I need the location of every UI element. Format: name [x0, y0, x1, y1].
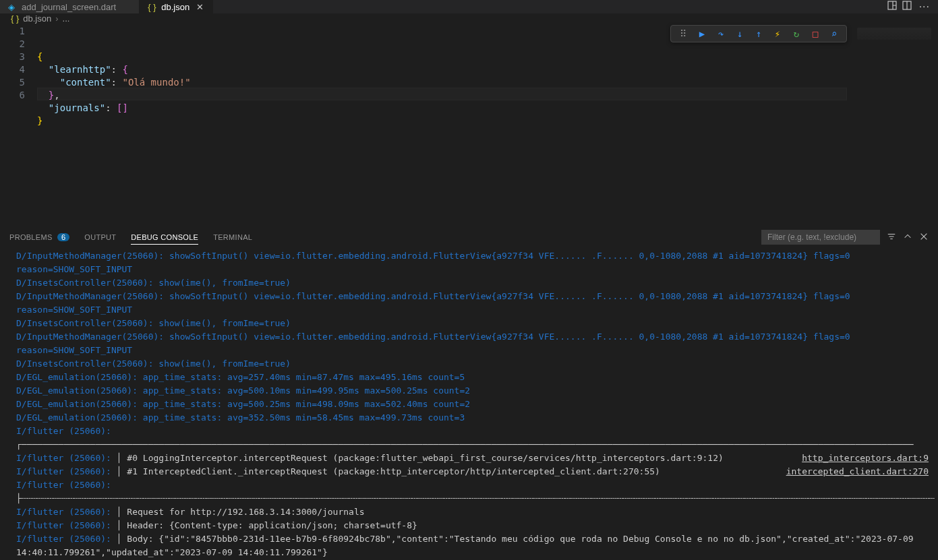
token: : [105, 102, 111, 113]
line-number: 5 [0, 76, 25, 89]
stack-link[interactable]: http_interceptors.dart:9 [802, 452, 929, 465]
line-number: 1 [0, 25, 25, 38]
console-line: D/EGL_emulation(25060): app_time_stats: … [16, 384, 929, 398]
dart-file-icon: ◈ [8, 2, 18, 12]
title-actions: ··· [881, 0, 938, 13]
editor[interactable]: 1 2 3 4 5 6 { "learnhttp": { "content": … [0, 24, 938, 226]
filter-input[interactable] [761, 230, 880, 245]
step-into-icon[interactable]: ↓ [734, 28, 745, 39]
console-line: D/InsetsController(25060): show(ime(), f… [16, 357, 929, 371]
tab-label: PROBLEMS [9, 233, 53, 241]
line-number: 6 [0, 89, 25, 102]
stop-icon[interactable]: □ [810, 28, 821, 39]
breadcrumb[interactable]: { } db.json › ... [0, 13, 938, 24]
close-icon[interactable]: ✕ [195, 2, 204, 11]
panel-tabs: PROBLEMS 6 OUTPUT DEBUG CONSOLE TERMINAL [0, 226, 938, 248]
token: { [37, 51, 42, 62]
tab-problems[interactable]: PROBLEMS 6 [9, 230, 69, 245]
bottom-panel: PROBLEMS 6 OUTPUT DEBUG CONSOLE TERMINAL… [0, 226, 938, 560]
token: : [111, 64, 117, 75]
chevron-up-icon[interactable] [903, 232, 912, 243]
code-area[interactable]: { "learnhttp": { "content": "Olá mundo!"… [37, 24, 938, 226]
token: "journals" [49, 102, 105, 113]
current-line-highlight [37, 88, 847, 100]
customize-layout-icon[interactable] [887, 0, 898, 13]
tab-debug-console[interactable]: DEBUG CONSOLE [131, 230, 198, 245]
token: { [122, 64, 127, 75]
line-gutter: 1 2 3 4 5 6 [0, 24, 37, 226]
chevron-right-icon: › [55, 13, 58, 24]
console-line: I/flutter (25060): │ #0 LoggingIntercept… [16, 452, 929, 465]
more-actions-icon[interactable]: ··· [916, 1, 933, 13]
token: [] [117, 102, 128, 113]
console-line: I/flutter (25060): │ Header: {Content-ty… [16, 519, 929, 532]
minimap[interactable] [857, 28, 931, 40]
tab-label: db.json [161, 2, 189, 12]
token: "content" [60, 77, 111, 88]
tab-db-json[interactable]: { } db.json ✕ [140, 0, 213, 13]
console-line: I/flutter (25060): ├┄┄┄┄┄┄┄┄┄┄┄┄┄┄┄┄┄┄┄┄… [16, 478, 929, 505]
titlebar: ◈ add_journal_screen.dart ✕ { } db.json … [0, 0, 938, 13]
console-line: I/flutter (25060): │ #1 InterceptedClien… [16, 465, 929, 478]
tab-terminal[interactable]: TERMINAL [213, 230, 252, 245]
drag-handle-icon[interactable]: ⠿ [678, 28, 688, 39]
tab-output[interactable]: OUTPUT [84, 230, 116, 245]
debug-toolbar: ⠿ ▶ ↷ ↓ ↑ ⚡ ↻ □ ⌕ [670, 25, 847, 42]
hot-reload-icon[interactable]: ⚡ [772, 28, 783, 39]
tab-label: add_journal_screen.dart [22, 2, 116, 12]
breadcrumb-file: db.json [23, 13, 51, 24]
json-file-icon: { } [11, 13, 19, 24]
debug-console-output[interactable]: D/InputMethodManager(25060): showSoftInp… [0, 248, 938, 560]
line-number: 4 [0, 63, 25, 76]
console-line: I/flutter (25060): │ Body: {"id":"8457bb… [16, 532, 929, 559]
filter-settings-icon[interactable] [887, 232, 896, 243]
inspect-icon[interactable]: ⌕ [829, 28, 840, 39]
token: "Olá mundo!" [122, 77, 190, 88]
console-line: D/EGL_emulation(25060): app_time_stats: … [16, 398, 929, 411]
json-file-icon: { } [148, 2, 157, 12]
panel-actions [761, 230, 929, 245]
split-editor-icon[interactable] [902, 0, 912, 13]
stack-link[interactable]: intercepted_client.dart:270 [786, 465, 929, 478]
continue-icon[interactable]: ▶ [697, 28, 707, 39]
console-line: D/InsetsController(25060): show(ime(), f… [16, 276, 929, 290]
problems-badge: 6 [57, 233, 69, 241]
restart-icon[interactable]: ↻ [791, 28, 802, 39]
tab-group: ◈ add_journal_screen.dart ✕ { } db.json … [0, 0, 213, 13]
console-line: D/EGL_emulation(25060): app_time_stats: … [16, 411, 929, 425]
console-line: D/InputMethodManager(25060): showSoftInp… [16, 249, 929, 276]
token: "learnhttp" [49, 64, 111, 75]
console-line: D/InputMethodManager(25060): showSoftInp… [16, 290, 929, 317]
console-line: I/flutter (25060): │ Request for http://… [16, 505, 929, 519]
console-line: D/InsetsController(25060): show(ime(), f… [16, 317, 929, 330]
step-out-icon[interactable]: ↑ [753, 28, 764, 39]
close-panel-icon[interactable] [919, 232, 929, 243]
console-line: I/flutter (25060): ┌────────────────────… [16, 425, 929, 452]
line-number: 3 [0, 51, 25, 63]
breadcrumb-trail: ... [63, 13, 70, 24]
console-line: D/EGL_emulation(25060): app_time_stats: … [16, 371, 929, 384]
tab-add-journal[interactable]: ◈ add_journal_screen.dart ✕ [0, 0, 140, 13]
token: } [37, 115, 42, 126]
console-line: D/InputMethodManager(25060): showSoftInp… [16, 330, 929, 357]
line-number: 2 [0, 38, 25, 51]
step-over-icon[interactable]: ↷ [715, 28, 726, 39]
token: : [111, 77, 117, 88]
